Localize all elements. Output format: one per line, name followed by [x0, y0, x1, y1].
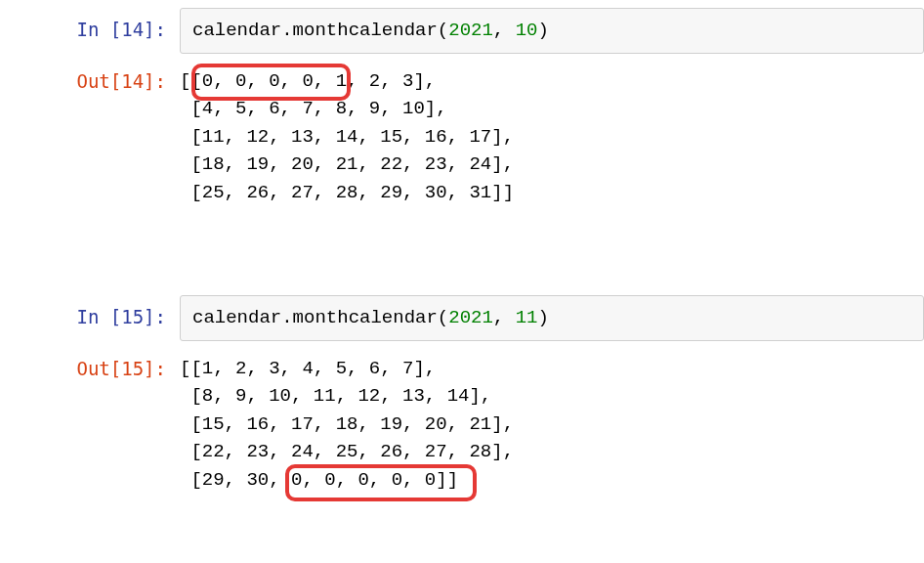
code-arg: 2021 [448, 307, 493, 328]
code-input[interactable]: calendar.monthcalendar(2021, 11) [180, 295, 924, 341]
code-cell: In [14]: calendar.monthcalendar(2021, 10… [0, 8, 924, 54]
code-cell: In [15]: calendar.monthcalendar(2021, 11… [0, 295, 924, 341]
output-line: [29, 30, 0, 0, 0, 0, 0]] [180, 469, 458, 491]
output-line: [15, 16, 17, 18, 19, 20, 21], [180, 413, 514, 435]
code-arg: 11 [516, 307, 538, 328]
code-sep: , [493, 20, 516, 41]
code-arg: 2021 [448, 20, 493, 41]
output-cell: Out[14]: [[0, 0, 0, 0, 1, 2, 3], [4, 5, … [0, 60, 924, 271]
output-line: [11, 12, 13, 14, 15, 16, 17], [180, 126, 514, 148]
paren-open: ( [438, 307, 448, 328]
output-line: [18, 19, 20, 21, 22, 23, 24], [180, 153, 514, 175]
code-input[interactable]: calendar.monthcalendar(2021, 10) [180, 8, 924, 54]
output-line: [4, 5, 6, 7, 8, 9, 10], [180, 98, 447, 119]
input-prompt: In [14]: [0, 8, 180, 44]
code-output: [[1, 2, 3, 4, 5, 6, 7], [8, 9, 10, 11, 1… [180, 347, 924, 558]
code-arg: 10 [516, 20, 538, 41]
output-prompt: Out[14]: [0, 60, 180, 96]
code-output: [[0, 0, 0, 0, 1, 2, 3], [4, 5, 6, 7, 8, … [180, 60, 924, 271]
code-sep: , [493, 307, 516, 328]
paren-open: ( [438, 20, 448, 41]
code-call: calendar.monthcalendar [192, 307, 438, 328]
output-line: [25, 26, 27, 28, 29, 30, 31]] [180, 182, 514, 203]
paren-close: ) [537, 307, 548, 328]
output-line: [22, 23, 24, 25, 26, 27, 28], [180, 441, 514, 462]
paren-close: ) [537, 20, 548, 41]
output-line: [8, 9, 10, 11, 12, 13, 14], [180, 385, 491, 407]
code-call: calendar.monthcalendar [192, 20, 438, 41]
output-line: [[1, 2, 3, 4, 5, 6, 7], [180, 358, 436, 379]
output-cell: Out[15]: [[1, 2, 3, 4, 5, 6, 7], [8, 9, … [0, 347, 924, 558]
output-line: [[0, 0, 0, 0, 1, 2, 3], [180, 70, 436, 92]
output-prompt: Out[15]: [0, 347, 180, 383]
input-prompt: In [15]: [0, 295, 180, 331]
